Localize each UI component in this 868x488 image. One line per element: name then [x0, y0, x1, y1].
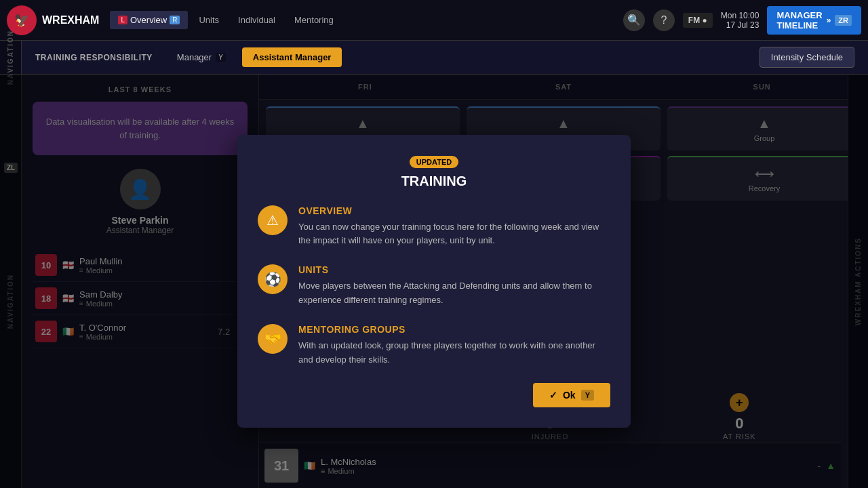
checkmark-icon: ✓ — [549, 390, 557, 401]
help-icon[interactable]: ? — [653, 9, 675, 31]
timeline-arrow: » — [827, 16, 831, 25]
top-bar: 🦅 WREXHAM L Overview R Units Individual … — [0, 0, 868, 41]
units-section-desc: Move players between the Attacking and D… — [298, 279, 610, 308]
manager-tab[interactable]: Manager Y — [166, 47, 237, 67]
ok-kbd: Y — [581, 390, 594, 401]
training-modal: UPDATED TRAINING ⚠ OVERVIEW You can now … — [237, 135, 631, 428]
ok-label: Ok — [563, 390, 576, 401]
modal-mentoring-section: 🤝 MENTORING GROUPS With an updated look,… — [258, 324, 610, 367]
overview-section-desc: You can now change your training focus h… — [298, 220, 610, 249]
time-display: Mon 10:00 — [721, 11, 760, 20]
nav-tab-units[interactable]: Units — [191, 11, 227, 29]
mentoring-section-title: MENTORING GROUPS — [298, 324, 610, 335]
nav-tab-individual[interactable]: Individual — [230, 11, 283, 29]
overview-badge-r: R — [170, 16, 180, 24]
units-section-content: UNITS Move players between the Attacking… — [298, 264, 610, 308]
manager-timeline-label: MANAGERTIMELINE — [776, 10, 822, 30]
nav-tab-mentoring[interactable]: Mentoring — [286, 11, 342, 29]
sub-nav-content: TRAINING RESPONSIBILITY Manager Y Assist… — [35, 47, 854, 68]
sub-nav: NAVIGATION TRAINING RESPONSIBILITY Manag… — [0, 41, 868, 75]
training-responsibility-label: TRAINING RESPONSIBILITY — [35, 53, 153, 62]
main-content: ZL NAVIGATION LAST 8 WEEKS Data visualis… — [0, 75, 868, 488]
assistant-manager-label: Assistant Manager — [253, 52, 332, 62]
nav-tab-overview[interactable]: L Overview R — [110, 11, 188, 29]
units-section-title: UNITS — [298, 264, 610, 275]
user-badge: ZR — [835, 15, 852, 26]
modal-header: UPDATED TRAINING — [258, 155, 610, 189]
manager-tab-label: Manager — [177, 52, 212, 62]
manager-kbd: Y — [216, 53, 226, 62]
mentoring-label: Mentoring — [294, 15, 334, 25]
assistant-manager-tab[interactable]: Assistant Manager — [242, 47, 342, 67]
overview-section-content: OVERVIEW You can now change your trainin… — [298, 205, 610, 249]
units-section-icon: ⚽ — [258, 264, 288, 294]
mentoring-section-icon: 🤝 — [258, 324, 288, 354]
nav-side-indicator: NAVIGATION — [0, 41, 22, 74]
overview-section-title: OVERVIEW — [298, 205, 610, 216]
individual-label: Individual — [238, 15, 275, 25]
fm-logo: FM ● — [683, 13, 713, 28]
mentoring-section-desc: With an updated look, group three player… — [298, 339, 610, 367]
top-nav-tabs: L Overview R Units Individual Mentoring — [110, 11, 341, 29]
modal-footer: ✓ Ok Y — [258, 383, 610, 407]
modal-title: TRAINING — [258, 174, 610, 189]
club-name: WREXHAM — [42, 14, 99, 26]
manager-timeline-button[interactable]: MANAGERTIMELINE » ZR — [767, 6, 861, 35]
modal-units-section: ⚽ UNITS Move players between the Attacki… — [258, 264, 610, 308]
mentoring-section-content: MENTORING GROUPS With an updated look, g… — [298, 324, 610, 367]
units-label: Units — [199, 15, 219, 25]
top-bar-right: 🔍 ? FM ● Mon 10:00 17 Jul 23 MANAGERTIME… — [623, 6, 861, 35]
search-icon[interactable]: 🔍 — [623, 9, 645, 31]
overview-section-icon: ⚠ — [258, 205, 288, 235]
overview-label: Overview — [130, 15, 167, 25]
ok-button[interactable]: ✓ Ok Y — [533, 383, 610, 407]
modal-overview-section: ⚠ OVERVIEW You can now change your train… — [258, 205, 610, 249]
modal-badge: UPDATED — [410, 156, 458, 168]
datetime: Mon 10:00 17 Jul 23 — [721, 11, 760, 30]
overview-badge-l: L — [118, 16, 127, 24]
intensity-schedule-button[interactable]: Intensity Schedule — [760, 47, 854, 68]
modal-overlay: UPDATED TRAINING ⚠ OVERVIEW You can now … — [0, 75, 868, 488]
date-display: 17 Jul 23 — [721, 20, 760, 30]
intensity-schedule-label: Intensity Schedule — [771, 52, 843, 62]
